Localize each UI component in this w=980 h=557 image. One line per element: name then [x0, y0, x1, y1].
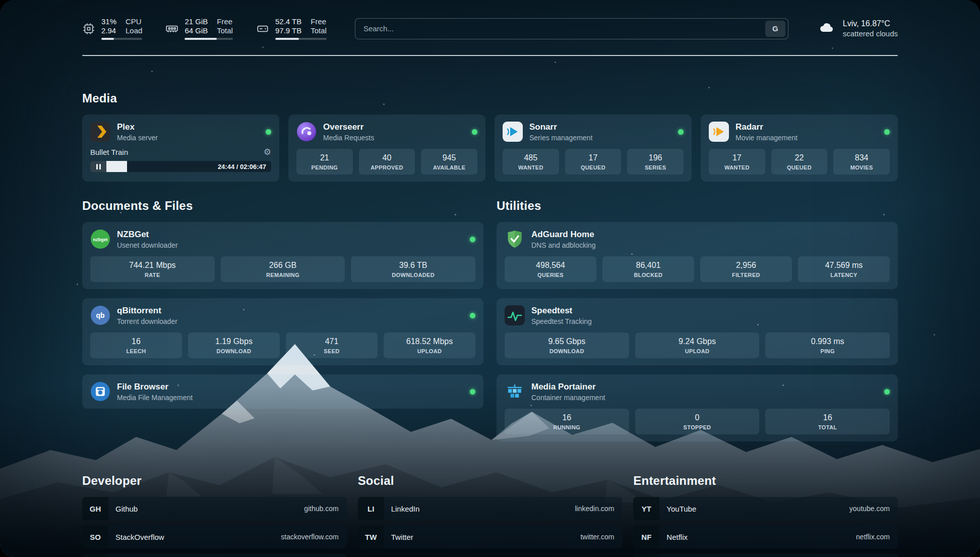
service-description: Media server [117, 134, 158, 142]
stat-label: QUEUED [568, 164, 619, 171]
bookmark-abbr: RE [633, 553, 659, 557]
bookmark-stackoverflow[interactable]: SO StackOverflow stackoverflow.com [82, 525, 347, 548]
bookmark-linkedin[interactable]: LI LinkedIn linkedin.com [358, 497, 623, 520]
service-stats: 16 RUNNING 0 STOPPED 16 TOTAL [505, 409, 890, 434]
utilities-column: Utilities AdGuard Home DNS and adblockin… [497, 199, 898, 441]
bookmark-dev[interactable]: DT DEV dev.to [82, 553, 347, 557]
resource-widgets: 31% CPU 2.94 Load [82, 17, 327, 40]
gear-icon[interactable]: ⚙ [264, 148, 271, 156]
service-name: Overseerr [323, 122, 374, 132]
bookmark-abbr: SO [82, 525, 108, 548]
memory-label-bottom: Total [217, 26, 233, 35]
memory-usage-bar [185, 38, 233, 40]
stat-value: 17 [568, 153, 619, 162]
stat-value: 744.21 Mbps [93, 261, 212, 270]
memory-icon [165, 22, 178, 35]
stat-value: 2,956 [703, 261, 789, 270]
stat-label: APPROVED [362, 164, 412, 171]
bookmark-name: Netflix [659, 533, 688, 541]
social-section-title: Social [358, 474, 623, 488]
stat-label: TOTAL [768, 424, 887, 430]
stat-label: REMAINING [224, 272, 342, 278]
overseerr-icon [296, 122, 317, 142]
service-stats: 16 LEECH 1.19 Gbps DOWNLOAD 471 SEED [90, 332, 475, 358]
svg-text:qb: qb [96, 311, 104, 319]
stat-box: 40 APPROVED [359, 149, 415, 175]
bookmark-netflix[interactable]: NF Netflix netflix.com [633, 525, 898, 548]
stat-value: 0.993 ms [768, 337, 887, 346]
stat-label: AVAILABLE [424, 164, 474, 171]
weather-condition: scattered clouds [843, 29, 898, 38]
stat-box: 2,956 FILTERED [700, 256, 792, 282]
stat-value: 945 [424, 153, 474, 162]
stat-label: SEED [289, 348, 375, 354]
service-card-speedtest[interactable]: Speedtest Speedtest Tracking 9.65 Gbps D… [497, 298, 898, 365]
stat-label: MOVIES [836, 164, 887, 171]
stat-label: FILTERED [703, 272, 789, 278]
stat-label: QUERIES [508, 272, 593, 278]
filebrowser-icon [90, 381, 110, 402]
stat-value: 498,564 [508, 261, 593, 270]
stat-label: LEECH [93, 348, 179, 354]
search-input[interactable] [355, 24, 765, 33]
stat-box: 498,564 QUERIES [505, 256, 596, 282]
plex-icon [90, 122, 110, 142]
stat-value: 266 GB [224, 261, 342, 270]
svg-text:nzbget: nzbget [93, 237, 108, 242]
portainer-icon [505, 381, 525, 402]
service-description: Container management [531, 394, 605, 402]
service-description: Media File Management [117, 394, 193, 402]
service-card-plex[interactable]: Plex Media server Bullet Train ⚙ [82, 115, 279, 182]
stat-label: BLOCKED [605, 272, 691, 278]
bookmark-abbr: DT [82, 553, 108, 557]
service-description: Series management [529, 134, 592, 142]
status-dot [472, 129, 477, 135]
header-divider [82, 55, 898, 56]
stat-value: 485 [506, 153, 556, 162]
service-card-portainer[interactable]: Media Portainer Container management 16 … [497, 374, 898, 441]
stat-value: 16 [508, 413, 626, 422]
disk-total-value: 97.9 TB [275, 26, 301, 35]
nzbget-icon: nzbget [90, 229, 110, 249]
playback-time: 24:44 / 02:06:47 [213, 163, 271, 171]
bookmark-abbr: NF [633, 525, 659, 548]
service-card-overseerr[interactable]: Overseerr Media Requests 21 PENDING 40 A… [288, 115, 485, 182]
playback-progress-fill [106, 161, 127, 172]
status-dot [470, 313, 475, 318]
disk-label-top: Free [311, 17, 327, 26]
stat-box: 0 STOPPED [635, 409, 760, 434]
stat-box: 86,401 BLOCKED [602, 256, 694, 282]
plex-player: 24:44 / 02:06:47 [90, 161, 271, 172]
service-description: Speedtest Tracking [531, 317, 592, 325]
entertainment-section-title: Entertainment [633, 474, 898, 488]
weather-widget[interactable]: Lviv, 16.87°C scattered clouds [817, 19, 898, 38]
bookmark-reddit[interactable]: RE Reddit reddit.com [633, 553, 898, 557]
stat-box: 471 SEED [286, 332, 378, 358]
service-stats: 21 PENDING 40 APPROVED 945 AVAILABLE [296, 149, 477, 175]
service-card-filebrowser[interactable]: File Browser Media File Management [82, 374, 483, 409]
stat-value: 1.19 Gbps [191, 337, 277, 346]
now-playing-title: Bullet Train [90, 148, 128, 156]
bookmark-github[interactable]: GH Github github.com [82, 497, 347, 520]
service-card-radarr[interactable]: Radarr Movie management 17 WANTED 22 QUE… [701, 115, 898, 182]
stat-box: 485 WANTED [503, 149, 559, 175]
bookmark-twitter[interactable]: TW Twitter twitter.com [358, 525, 623, 548]
search-provider-button[interactable]: G [765, 21, 785, 37]
entertainment-column: Entertainment YT YouTube youtube.com NF … [633, 474, 898, 557]
pause-button[interactable] [90, 161, 106, 172]
service-card-adguard[interactable]: AdGuard Home DNS and adblocking 498,564 … [497, 222, 898, 289]
dashboard-screen: 31% CPU 2.94 Load [0, 0, 980, 557]
playback-progress-bar[interactable] [106, 161, 213, 172]
status-dot [266, 129, 271, 135]
service-description: Media Requests [323, 134, 374, 142]
service-name: qBittorrent [117, 306, 177, 316]
service-stats: 744.21 Mbps RATE 266 GB REMAINING 39.6 T… [90, 256, 475, 282]
search-bar[interactable]: G [355, 18, 788, 39]
bookmark-youtube[interactable]: YT YouTube youtube.com [633, 497, 898, 520]
service-card-qbittorrent[interactable]: qb qBittorrent Torrent downloader 16 [82, 298, 483, 365]
stat-box: 618.52 Mbps UPLOAD [384, 332, 475, 358]
service-card-nzbget[interactable]: nzbget NZBGet Usenet downloader 744.21 M… [82, 222, 483, 289]
stat-value: 39.6 TB [354, 261, 472, 270]
stat-box: 0.993 ms PING [765, 332, 890, 358]
service-card-sonarr[interactable]: Sonarr Series management 485 WANTED 17 Q… [495, 115, 692, 182]
